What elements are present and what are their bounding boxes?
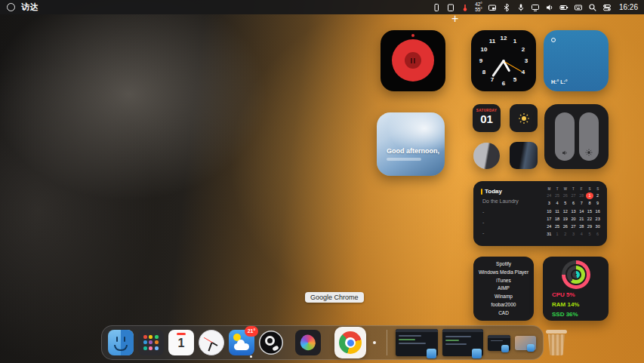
dock-item-copilot[interactable]: [295, 330, 321, 355]
clock-numeral: 6: [500, 80, 507, 87]
reminder-placeholder: -: [482, 217, 484, 228]
calendar-day: 5: [561, 200, 569, 207]
calendar-day: 5: [586, 231, 594, 238]
cpu-usage: CPU 5%: [552, 291, 575, 298]
clock-numeral: 9: [477, 57, 485, 64]
dock-item-weather[interactable]: 21°: [229, 330, 254, 355]
control-center-icon[interactable]: [602, 3, 612, 12]
calendar-day: 7: [578, 200, 586, 207]
clock-time[interactable]: 16:26: [619, 3, 638, 11]
greeting-text: Good afternoon,: [387, 147, 439, 155]
ssd-usage: SSD 36%: [552, 311, 578, 318]
calendar-day-header: S: [593, 186, 602, 192]
thermometer-icon[interactable]: [461, 3, 470, 12]
music-apps-widget[interactable]: SpotifyWindows Media PlayeriTunesAIMPWin…: [473, 257, 534, 321]
temperature-readout[interactable]: 42° 55°: [475, 2, 482, 12]
calendar-day: 19: [561, 216, 569, 223]
activity-rings: [562, 260, 590, 289]
dock-item-calendar[interactable]: 1: [168, 330, 194, 355]
music-apps-list: SpotifyWindows Media PlayeriTunesAIMPWin…: [473, 260, 534, 318]
minimized-window-4[interactable]: [515, 336, 536, 350]
moon-phase-widget[interactable]: [473, 143, 500, 169]
volume-slider[interactable]: [555, 112, 575, 161]
reminder-item[interactable]: Do the Laundry: [482, 198, 519, 204]
calendar-day: 27: [569, 192, 578, 199]
dock-item-launchpad[interactable]: [138, 330, 164, 355]
battery-icon[interactable]: [559, 3, 569, 12]
minimized-window-2[interactable]: [442, 329, 483, 356]
calendar-day: 6: [593, 231, 602, 238]
play-pause-button: [405, 52, 421, 69]
calendar-day: 28: [578, 223, 586, 230]
sliders-widget[interactable]: [544, 104, 609, 169]
speaker-icon: [561, 149, 569, 156]
weather-widget[interactable]: H:° L:°: [544, 30, 609, 91]
minimized-window-3[interactable]: [488, 335, 510, 351]
brightness-slider[interactable]: [579, 112, 599, 161]
calendar-day: 18: [553, 216, 562, 223]
music-app-name: AIMP: [473, 285, 534, 293]
calendar-day: 24: [545, 223, 553, 230]
calendar-day: 12: [561, 208, 569, 215]
greeting-widget[interactable]: Good afternoon,: [377, 112, 445, 176]
brightness-widget[interactable]: [510, 104, 538, 132]
trash-lid: [546, 330, 567, 334]
cloud-icon: [234, 343, 249, 350]
calendar-day: 13: [569, 208, 578, 215]
calendar-day: 27: [569, 223, 578, 230]
calendar-day: 9: [593, 200, 602, 207]
temperature-low: 55°: [475, 8, 482, 13]
active-app-name[interactable]: 访达: [21, 2, 39, 13]
window-app-badge: [527, 344, 535, 352]
calendar-day: 11: [553, 208, 562, 215]
photo-widget[interactable]: [510, 142, 538, 169]
reminders-calendar-widget[interactable]: Today Do the Laundry --- MTWTFSS24252627…: [473, 181, 607, 246]
dock-item-chrome[interactable]: [334, 327, 366, 358]
speaker-icon[interactable]: [545, 3, 554, 12]
mini-calendar-grid[interactable]: MTWTFSS242526272812345678910111213141516…: [545, 186, 602, 238]
click-wheel: [392, 39, 434, 82]
picture-in-picture-icon[interactable]: [488, 3, 497, 12]
microphone-icon[interactable]: [516, 3, 525, 12]
analog-clock-widget[interactable]: 121234567891011: [471, 30, 536, 91]
calendar-day: 26: [561, 223, 569, 230]
reminder-placeholders: ---: [482, 207, 484, 238]
minimized-window-1[interactable]: [396, 329, 438, 356]
dock-item-finder[interactable]: [108, 330, 134, 355]
dock: 1 21°: [101, 325, 544, 360]
date-widget[interactable]: SATURDAY 01: [473, 104, 501, 132]
system-monitor-widget[interactable]: CPU 5% RAM 14% SSD 36%: [543, 257, 609, 321]
menu-bar-status-area: 42° 55° 16:26: [432, 2, 644, 12]
calendar-day-header: W: [561, 186, 569, 192]
window-app-badge: [501, 345, 509, 352]
dock-item-trash[interactable]: [545, 329, 568, 356]
calendar-day: 10: [545, 208, 553, 215]
display-icon[interactable]: [531, 3, 540, 12]
menu-bar: 访达 42° 55°: [0, 0, 644, 14]
reminders-title: Today: [485, 188, 502, 195]
dock-item-obs[interactable]: [259, 331, 283, 355]
clock-numeral: 10: [480, 46, 488, 53]
menu-bar-left: 访达: [0, 2, 39, 13]
window-app-badge: [472, 349, 482, 358]
calendar-day: 4: [553, 200, 562, 207]
calendar-day: 16: [593, 208, 602, 215]
weather-temp-badge: 21°: [245, 326, 258, 337]
music-app-name: Winamp: [473, 293, 534, 301]
dock-item-clock[interactable]: [199, 330, 224, 355]
music-app-name: iTunes: [473, 277, 534, 285]
app-logo-icon[interactable]: [7, 3, 15, 11]
tablet-icon[interactable]: [446, 3, 455, 12]
phone-icon[interactable]: [432, 3, 441, 12]
keyboard-icon[interactable]: [574, 3, 583, 12]
window-app-badge: [427, 349, 436, 358]
media-player-widget[interactable]: [381, 30, 445, 91]
calendar-day: 22: [586, 216, 594, 223]
weather-condition-icon: [551, 38, 556, 42]
sun-icon: [518, 112, 530, 125]
music-app-name: Spotify: [473, 260, 534, 269]
bluetooth-icon[interactable]: [502, 3, 511, 12]
calendar-today: 1: [586, 192, 594, 199]
search-icon[interactable]: [588, 3, 597, 12]
calendar-day: 20: [569, 216, 578, 223]
